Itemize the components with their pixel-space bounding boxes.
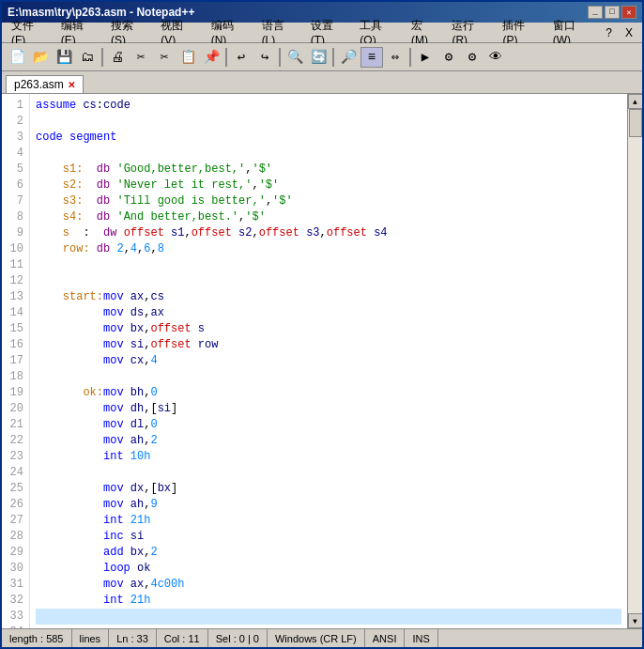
code-editor[interactable]: assume cs:code code segment s1: db 'Good… — [30, 94, 627, 628]
ln-9: 9 — [6, 225, 23, 241]
tab-close-icon[interactable]: ✕ — [68, 80, 75, 90]
editor-area: 1 2 3 4 5 6 7 8 9 10 11 12 13 14 15 16 1… — [2, 94, 642, 628]
status-sel-text: Sel : 0 | 0 — [216, 633, 259, 644]
copy-button[interactable]: 📋 — [176, 47, 199, 68]
tab-bar: p263.asm ✕ — [2, 71, 642, 94]
ln-31: 31 — [6, 577, 23, 593]
ln-18: 18 — [6, 369, 23, 385]
status-sel: Sel : 0 | 0 — [208, 629, 268, 647]
ln-6: 6 — [6, 178, 23, 193]
open-button[interactable]: 📂 — [29, 47, 52, 68]
tab-label: p263.asm — [14, 78, 64, 91]
ln-8: 8 — [6, 209, 23, 225]
status-bar: length : 585 lines Ln : 33 Col : 11 Sel … — [2, 628, 642, 647]
scroll-up-button[interactable]: ▲ — [628, 94, 643, 109]
status-length: length : 585 — [2, 629, 72, 647]
ln-27: 27 — [6, 513, 23, 529]
zoom-in-button[interactable]: 🔎 — [337, 47, 360, 68]
status-encoding: ANSI — [365, 629, 406, 647]
menu-bar: 文件(F) 编辑(E) 搜索(S) 视图(V) 编码(N) 语言(L) 设置(T… — [2, 23, 642, 43]
redo-button[interactable]: ↪ — [253, 47, 276, 68]
status-ln: Ln : 33 — [109, 629, 157, 647]
ln-23: 23 — [6, 449, 23, 465]
main-window: E:\masm\try\p263.asm - Notepad++ _ □ ✕ 文… — [0, 0, 644, 649]
ln-17: 17 — [6, 353, 23, 369]
status-col: Col : 11 — [157, 629, 208, 647]
ln-22: 22 — [6, 433, 23, 449]
ln-14: 14 — [6, 305, 23, 321]
tb-sep-5 — [409, 48, 411, 67]
ln-5: 5 — [6, 162, 23, 178]
ln-33: 33 — [6, 609, 23, 625]
ln-26: 26 — [6, 497, 23, 513]
ln-29: 29 — [6, 545, 23, 561]
save-all-button[interactable]: 🗂 — [76, 47, 99, 68]
ln-19: 19 — [6, 385, 23, 401]
tb-sep-2 — [225, 48, 227, 67]
tb-btn-misc3[interactable]: ⚙ — [461, 47, 483, 68]
tb-btn-wrap[interactable]: ⇔ — [384, 47, 406, 68]
cut-button[interactable]: ✂ — [153, 47, 176, 68]
paste-button[interactable]: 📌 — [200, 47, 222, 68]
ln-1: 1 — [6, 98, 23, 114]
ln-15: 15 — [6, 321, 23, 337]
ln-7: 7 — [6, 193, 23, 209]
close-button[interactable]: ✕ — [621, 6, 636, 19]
scroll-thumb[interactable] — [629, 109, 642, 137]
ln-12: 12 — [6, 273, 23, 289]
replace-button[interactable]: 🔄 — [307, 47, 330, 68]
tb-sep-4 — [332, 48, 334, 67]
ln-32: 32 — [6, 593, 23, 609]
find-button[interactable]: 🔍 — [284, 47, 306, 68]
maximize-button[interactable]: □ — [605, 6, 620, 19]
tb-sep-3 — [279, 48, 281, 67]
status-encoding-text: ANSI — [373, 633, 397, 644]
ln-16: 16 — [6, 337, 23, 353]
ln-20: 20 — [6, 401, 23, 417]
menu-help[interactable]: ? — [600, 24, 618, 41]
save-button[interactable]: 💾 — [53, 47, 75, 68]
vertical-scrollbar[interactable]: ▲ ▼ — [627, 94, 642, 628]
tb-btn-5[interactable]: ✂ — [130, 47, 152, 68]
ln-28: 28 — [6, 529, 23, 545]
tb-btn-active[interactable]: ≡ — [360, 47, 383, 68]
status-ins-text: INS — [412, 633, 429, 644]
status-lines: lines — [72, 629, 110, 647]
tb-sep-1 — [101, 48, 103, 67]
tab-p263[interactable]: p263.asm ✕ — [6, 75, 84, 93]
scroll-down-button[interactable]: ▼ — [628, 613, 643, 628]
ln-21: 21 — [6, 417, 23, 433]
ln-4: 4 — [6, 146, 23, 162]
new-button[interactable]: 📄 — [6, 47, 28, 68]
status-ins: INS — [405, 629, 437, 647]
undo-button[interactable]: ↩ — [230, 47, 253, 68]
print-button[interactable]: 🖨 — [106, 47, 129, 68]
ln-30: 30 — [6, 561, 23, 577]
ln-3: 3 — [6, 130, 23, 146]
ln-2: 2 — [6, 114, 23, 130]
status-lines-text: lines — [80, 633, 101, 644]
ln-13: 13 — [6, 289, 23, 305]
tb-btn-misc1[interactable]: ▶ — [414, 47, 437, 68]
scroll-track[interactable] — [628, 109, 642, 613]
tb-btn-misc2[interactable]: ⚙ — [437, 47, 460, 68]
status-lineending-text: Windows (CR LF) — [275, 633, 357, 644]
status-lineending: Windows (CR LF) — [268, 629, 365, 647]
ln-11: 11 — [6, 257, 23, 273]
status-length-text: length : 585 — [9, 633, 64, 644]
ln-10: 10 — [6, 241, 23, 257]
ln-24: 24 — [6, 465, 23, 481]
status-col-text: Col : 11 — [164, 633, 200, 644]
status-ln-text: Ln : 33 — [116, 633, 148, 644]
ln-25: 25 — [6, 481, 23, 497]
tb-btn-misc4[interactable]: 👁 — [484, 47, 507, 68]
toolbar: 📄 📂 💾 🗂 🖨 ✂ ✂ 📋 📌 ↩ ↪ 🔍 🔄 🔎 ≡ ⇔ ▶ ⚙ ⚙ 👁 — [2, 43, 642, 71]
menu-x[interactable]: X — [620, 24, 638, 41]
line-numbers: 1 2 3 4 5 6 7 8 9 10 11 12 13 14 15 16 1… — [2, 94, 30, 628]
